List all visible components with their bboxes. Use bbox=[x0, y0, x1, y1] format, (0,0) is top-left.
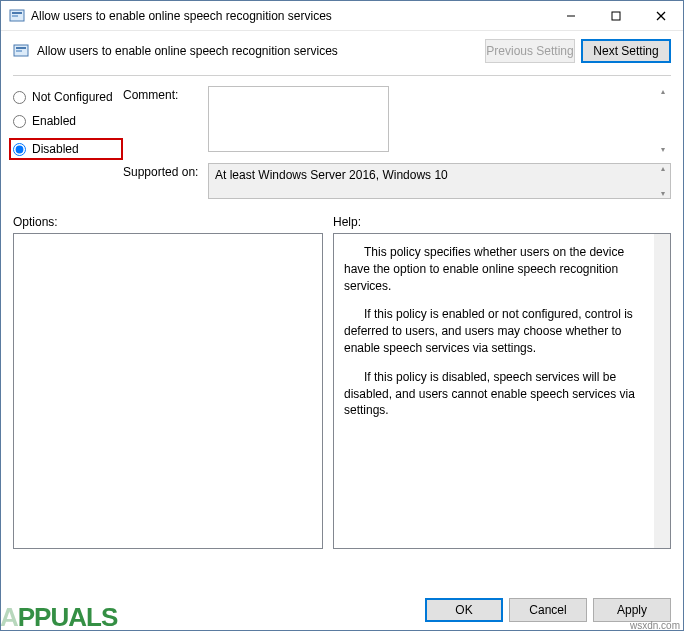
window-controls bbox=[548, 1, 683, 30]
section-labels: Options: Help: bbox=[1, 213, 683, 233]
supported-row: Supported on: At least Windows Server 20… bbox=[123, 163, 671, 199]
supported-scroll[interactable]: ▴▾ bbox=[655, 164, 670, 198]
svg-rect-8 bbox=[16, 47, 26, 49]
comment-label: Comment: bbox=[123, 86, 208, 155]
supported-on-value: At least Windows Server 2016, Windows 10 bbox=[208, 163, 671, 199]
radio-not-configured[interactable]: Not Configured bbox=[13, 90, 123, 104]
maximize-button[interactable] bbox=[593, 1, 638, 30]
divider bbox=[13, 75, 671, 76]
header-row: Allow users to enable online speech reco… bbox=[1, 31, 683, 75]
comment-scroll[interactable]: ▴▾ bbox=[655, 87, 670, 154]
options-label: Options: bbox=[13, 215, 333, 229]
options-panel bbox=[13, 233, 323, 549]
svg-rect-2 bbox=[12, 15, 18, 17]
window-title: Allow users to enable online speech reco… bbox=[31, 9, 548, 23]
help-label: Help: bbox=[333, 215, 361, 229]
radio-enabled-label: Enabled bbox=[32, 114, 76, 128]
svg-rect-4 bbox=[612, 12, 620, 20]
dialog-footer: OK Cancel Apply bbox=[1, 590, 683, 630]
previous-setting-button[interactable]: Previous Setting bbox=[485, 39, 575, 63]
titlebar: Allow users to enable online speech reco… bbox=[1, 1, 683, 31]
help-paragraph-1: This policy specifies whether users on t… bbox=[344, 244, 642, 294]
fields-column: Comment: ▴▾ Supported on: At least Windo… bbox=[123, 86, 671, 207]
panels-row: This policy specifies whether users on t… bbox=[1, 233, 683, 557]
ok-button[interactable]: OK bbox=[425, 598, 503, 622]
comment-row: Comment: ▴▾ bbox=[123, 86, 671, 155]
state-radio-group: Not Configured Enabled Disabled bbox=[13, 86, 123, 207]
policy-editor-window: Allow users to enable online speech reco… bbox=[0, 0, 684, 631]
comment-input[interactable] bbox=[208, 86, 389, 152]
radio-disabled[interactable]: Disabled bbox=[9, 138, 123, 160]
radio-enabled-input[interactable] bbox=[13, 115, 26, 128]
policy-name: Allow users to enable online speech reco… bbox=[37, 44, 479, 58]
help-scrollbar[interactable] bbox=[654, 234, 670, 548]
app-icon bbox=[9, 8, 25, 24]
close-button[interactable] bbox=[638, 1, 683, 30]
help-paragraph-3: If this policy is disabled, speech servi… bbox=[344, 369, 642, 419]
help-paragraph-2: If this policy is enabled or not configu… bbox=[344, 306, 642, 356]
config-area: Not Configured Enabled Disabled Comment:… bbox=[1, 80, 683, 213]
radio-enabled[interactable]: Enabled bbox=[13, 114, 123, 128]
scroll-up-icon[interactable]: ▴ bbox=[655, 87, 670, 96]
radio-not-configured-label: Not Configured bbox=[32, 90, 113, 104]
radio-disabled-label: Disabled bbox=[32, 142, 79, 156]
next-setting-button[interactable]: Next Setting bbox=[581, 39, 671, 63]
scroll-up-icon[interactable]: ▴ bbox=[655, 164, 670, 173]
svg-rect-9 bbox=[16, 50, 22, 52]
svg-rect-1 bbox=[12, 12, 22, 14]
radio-not-configured-input[interactable] bbox=[13, 91, 26, 104]
supported-label: Supported on: bbox=[123, 163, 208, 199]
help-panel: This policy specifies whether users on t… bbox=[333, 233, 671, 549]
cancel-button[interactable]: Cancel bbox=[509, 598, 587, 622]
scroll-down-icon[interactable]: ▾ bbox=[655, 145, 670, 154]
scroll-down-icon[interactable]: ▾ bbox=[655, 189, 670, 198]
minimize-button[interactable] bbox=[548, 1, 593, 30]
radio-disabled-input[interactable] bbox=[13, 143, 26, 156]
policy-icon bbox=[13, 43, 29, 59]
apply-button[interactable]: Apply bbox=[593, 598, 671, 622]
